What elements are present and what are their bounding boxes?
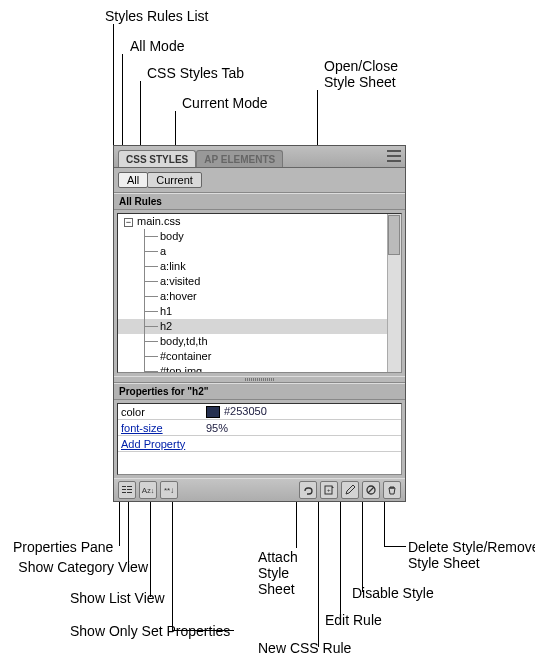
tab-css-styles[interactable]: CSS STYLES bbox=[118, 150, 196, 167]
rules-scrollbar[interactable] bbox=[387, 214, 401, 372]
disable-style-button[interactable] bbox=[362, 481, 380, 499]
rule-row[interactable]: a:link bbox=[118, 259, 401, 274]
rule-row[interactable]: h2 bbox=[118, 319, 401, 334]
rule-row[interactable]: a:hover bbox=[118, 289, 401, 304]
callout-all-mode: All Mode bbox=[130, 38, 184, 54]
properties-header: Properties for "h2" bbox=[114, 383, 405, 400]
svg-rect-0 bbox=[122, 486, 126, 487]
splitter-grip[interactable] bbox=[114, 376, 405, 383]
tab-ap-elements[interactable]: AP ELEMENTS bbox=[196, 150, 283, 167]
all-rules-header: All Rules bbox=[114, 193, 405, 210]
property-row[interactable]: color#253050 bbox=[118, 404, 401, 420]
callout-show-only-set: Show Only Set Properties bbox=[70, 623, 230, 639]
mode-all-button[interactable]: All bbox=[118, 172, 148, 188]
css-styles-panel: CSS STYLES AP ELEMENTS All Current All R… bbox=[113, 145, 406, 502]
property-name: font-size bbox=[118, 422, 203, 434]
callout-disable-style: Disable Style bbox=[352, 585, 434, 601]
category-view-button[interactable] bbox=[118, 481, 136, 499]
callout-properties-pane: Properties Pane bbox=[13, 539, 113, 555]
new-rule-button[interactable]: + bbox=[320, 481, 338, 499]
svg-rect-2 bbox=[122, 492, 126, 493]
mode-bar: All Current bbox=[114, 168, 405, 193]
properties-table: color#253050font-size95% Add Property bbox=[117, 403, 402, 475]
svg-rect-5 bbox=[127, 492, 132, 493]
mode-current-button[interactable]: Current bbox=[147, 172, 202, 188]
rule-row[interactable]: #top img bbox=[118, 364, 401, 373]
callout-new-css-rule: New CSS Rule bbox=[258, 640, 351, 656]
callout-edit-rule: Edit Rule bbox=[325, 612, 382, 628]
add-property-link[interactable]: Add Property bbox=[118, 438, 203, 450]
delete-button[interactable] bbox=[383, 481, 401, 499]
callout-css-styles-tab: CSS Styles Tab bbox=[147, 65, 244, 81]
attach-stylesheet-button[interactable] bbox=[299, 481, 317, 499]
action-buttons-group: + bbox=[299, 481, 401, 499]
view-buttons-group: Az↓ **↓ bbox=[118, 481, 178, 499]
rule-row[interactable]: a bbox=[118, 244, 401, 259]
scrollbar-thumb[interactable] bbox=[388, 215, 400, 255]
svg-line-9 bbox=[368, 487, 374, 493]
collapse-icon[interactable]: − bbox=[124, 218, 133, 227]
rules-tree[interactable]: −main.css bodyaa:linka:visiteda:hoverh1h… bbox=[117, 213, 402, 373]
color-swatch[interactable] bbox=[206, 406, 220, 418]
set-properties-button[interactable]: **↓ bbox=[160, 481, 178, 499]
blank-row bbox=[118, 452, 401, 474]
panel-footer: Az↓ **↓ + bbox=[114, 478, 405, 501]
rule-row[interactable]: body,td,th bbox=[118, 334, 401, 349]
rule-row[interactable]: h1 bbox=[118, 304, 401, 319]
property-name: color bbox=[118, 406, 203, 418]
stylesheet-name: main.css bbox=[137, 215, 180, 227]
edit-rule-button[interactable] bbox=[341, 481, 359, 499]
callout-delete-style: Delete Style/Remove Style Sheet bbox=[408, 539, 535, 571]
property-row[interactable]: font-size95% bbox=[118, 420, 401, 436]
svg-rect-3 bbox=[127, 486, 132, 487]
svg-rect-1 bbox=[122, 489, 126, 490]
svg-rect-4 bbox=[127, 489, 132, 490]
callout-current-mode: Current Mode bbox=[182, 95, 268, 111]
rule-row[interactable]: #container bbox=[118, 349, 401, 364]
rule-row[interactable]: body bbox=[118, 229, 401, 244]
property-value[interactable]: #253050 bbox=[203, 405, 401, 418]
panel-menu-icon[interactable] bbox=[387, 150, 401, 162]
callout-open-close: Open/Close Style Sheet bbox=[324, 58, 398, 90]
svg-text:+: + bbox=[327, 487, 331, 493]
callout-attach: Attach Style Sheet bbox=[258, 549, 298, 597]
add-property-row[interactable]: Add Property bbox=[118, 436, 401, 452]
rule-row[interactable]: a:visited bbox=[118, 274, 401, 289]
stylesheet-row[interactable]: −main.css bbox=[118, 214, 401, 229]
panel-tab-row: CSS STYLES AP ELEMENTS bbox=[114, 146, 405, 168]
property-value[interactable]: 95% bbox=[203, 422, 401, 434]
list-view-button[interactable]: Az↓ bbox=[139, 481, 157, 499]
callout-styles-rules-list: Styles Rules List bbox=[105, 8, 208, 24]
